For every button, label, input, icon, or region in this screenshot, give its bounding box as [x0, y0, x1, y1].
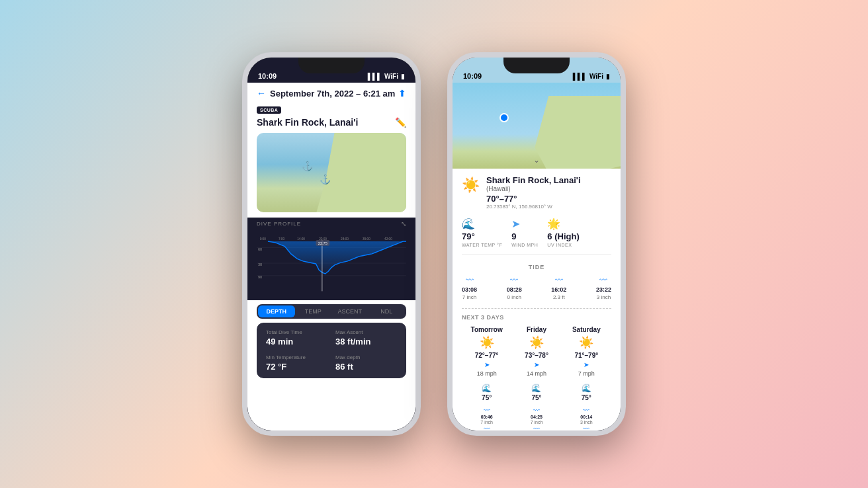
day-wind-0: 18 mph: [477, 370, 497, 377]
stat-max-ascent-label: Max Ascent: [335, 329, 397, 335]
phone2: 10:09 ▌▌▌ WiFi ▮ ⌄ ☀️ Shark Fin Rock, La…: [447, 52, 626, 436]
wind-arrow-0: ➤: [484, 361, 490, 368]
weather-stats-row: 🌊 79° WATER TEMP °F ➤ 9 WIND MPH 🌟 6 (Hi…: [462, 218, 611, 255]
stat-total-dive-value: 49 min: [266, 337, 327, 346]
dive-chart-header: DIVE PROFILE ⤡: [257, 220, 406, 227]
day-sun-2: ☀️: [579, 335, 593, 350]
stat-total-dive-time: Total Dive Time 49 min: [266, 329, 327, 346]
stat-min-temp-value: 72 °F: [266, 362, 327, 372]
tide-item-3: 〰 23:22 3 inch: [596, 276, 611, 300]
tide-height-2: 2.3 ft: [553, 294, 565, 300]
wind-arrow-1: ➤: [534, 361, 539, 368]
map-pin-2: ⚓: [320, 174, 331, 184]
ft-time-2-0: 00:14: [580, 415, 592, 419]
water-icon-0: 🌊: [482, 384, 492, 393]
day-name-2: Saturday: [572, 326, 601, 333]
tab-ascent[interactable]: ASCENT: [331, 305, 369, 317]
weather-location-sub: (Hawaii): [486, 185, 581, 192]
tide-time-0: 03:08: [462, 286, 477, 293]
water-temp-val-0: 75°: [482, 394, 492, 401]
map-land-2: [535, 96, 621, 169]
dive-header: ← September 7th, 2022 – 6:21 am ⬆: [247, 83, 415, 102]
water-temp-val-1: 75°: [531, 394, 541, 401]
tide-item-2: 〰 16:02 2.3 ft: [551, 276, 566, 300]
weather-location-info: Shark Fin Rock, Lanai'i (Hawaii) 70°–77°…: [486, 175, 581, 210]
tide-section-label: TIDE: [462, 264, 611, 270]
ft-height-2-0: 3 inch: [580, 420, 593, 425]
svg-text:60: 60: [258, 247, 262, 251]
svg-text:0:00: 0:00: [260, 237, 267, 241]
status-icons-1: ▌▌▌ WiFi ▮: [368, 73, 405, 80]
uv-value: 6 (High): [547, 231, 579, 241]
forecast-tides: 〰 03:46 7 inch 〰 09:06 0 inch 〰 16:33 2.…: [462, 407, 611, 430]
dive-badge-row: SCUBA: [247, 102, 415, 117]
ft-icon-0-1: 〰: [484, 425, 490, 430]
expand-icon[interactable]: ⤡: [401, 220, 406, 227]
tab-ndl[interactable]: NDL: [369, 305, 406, 317]
water-icon-2: 🌊: [582, 384, 591, 393]
day-wind-2: 7 mph: [578, 370, 595, 377]
wind-arrow-2: ➤: [584, 361, 589, 368]
edit-icon[interactable]: ✏️: [395, 117, 406, 128]
notch-2: [503, 58, 570, 73]
dive-chart: 38 60 90 0:00 7:00 14:00 22:00 28:00 35:…: [257, 230, 406, 296]
ft-icon-1-0: 〰: [533, 407, 540, 414]
status-time-1: 10:09: [258, 72, 277, 80]
water-temp-icon: 🌊: [462, 218, 502, 230]
water-temp-value: 79°: [462, 231, 502, 241]
days-row: Tomorrow ☀️ 72°–77° ➤ 18 mph Friday ☀️ 7…: [462, 326, 611, 377]
tide-divider: [462, 308, 611, 309]
status-icons-2: ▌▌▌ WiFi ▮: [573, 73, 610, 80]
chart-label: DIVE PROFILE: [257, 221, 301, 227]
dive-location-name: Shark Fin Rock, Lanai'i: [257, 117, 358, 128]
dive-location-row: Shark Fin Rock, Lanai'i ✏️: [247, 117, 415, 133]
wind-stat: ➤ 9 WIND MPH: [511, 218, 538, 247]
back-icon[interactable]: ←: [257, 88, 266, 99]
svg-text:42:00: 42:00: [384, 237, 392, 241]
tide-up-icon-2: 〰: [555, 276, 563, 285]
water-temp-stat: 🌊 79° WATER TEMP °F: [462, 218, 502, 247]
phone2-map: ⌄: [453, 83, 621, 169]
uv-label: UV INDEX: [547, 243, 579, 247]
next3-header: NEXT 3 DAYS: [462, 314, 611, 321]
wind-value: 9: [511, 231, 538, 241]
ft-icon-2-1: 〰: [583, 425, 589, 430]
ft-height-1-0: 7 inch: [531, 420, 543, 425]
tide-time-1: 08:28: [507, 286, 522, 293]
phone1-content: ← September 7th, 2022 – 6:21 am ⬆ SCUBA …: [247, 83, 415, 430]
stat-total-dive-label: Total Dive Time: [266, 329, 327, 335]
tide-section: TIDE 〰 03:08 7 inch 〰 08:28 0 inch 〰 16:: [462, 264, 611, 300]
signal-icon: ▌▌▌: [368, 73, 382, 80]
tide-height-3: 3 inch: [597, 294, 611, 300]
stat-max-depth-label: Max depth: [335, 354, 397, 360]
water-temp-row: 🌊 75° 🌊 75° 🌊 75°: [462, 384, 611, 401]
day-wind-1: 14 mph: [527, 370, 546, 377]
stat-min-temp: Min Temperature 72 °F: [266, 354, 327, 372]
water-temp-val-2: 75°: [582, 394, 591, 401]
chevron-down-icon[interactable]: ⌄: [533, 155, 540, 165]
ft-icon-2-0: 〰: [583, 407, 589, 414]
tide-row: 〰 03:08 7 inch 〰 08:28 0 inch 〰 16:02 2.…: [462, 276, 611, 300]
tab-depth[interactable]: DEPTH: [258, 305, 295, 317]
uv-stat: 🌟 6 (High) UV INDEX: [547, 218, 579, 247]
water-temp-0: 🌊 75°: [462, 384, 511, 401]
day-temp-2: 71°–79°: [574, 352, 598, 359]
uv-icon: 🌟: [547, 218, 579, 230]
tab-temp[interactable]: TEMP: [295, 305, 332, 317]
weather-coords: 20.73585° N, 156.96810° W: [486, 204, 581, 210]
svg-text:14:00: 14:00: [297, 237, 305, 241]
svg-text:7:00: 7:00: [279, 237, 285, 241]
water-icon-1: 🌊: [531, 384, 541, 393]
day-name-0: Tomorrow: [471, 326, 503, 333]
day-sun-0: ☀️: [480, 335, 494, 350]
dive-header-left: ← September 7th, 2022 – 6:21 am: [257, 88, 395, 99]
location-pin: [499, 113, 509, 122]
ft-icon-1-1: 〰: [533, 425, 540, 430]
forecast-tide-col-2: 〰 00:14 3 inch 〰 05:06 11 inch 〰 10:21 0…: [562, 407, 611, 430]
tide-item-0: 〰 03:08 7 inch: [462, 276, 477, 300]
water-temp-1: 🌊 75°: [511, 384, 561, 401]
forecast-tide-col-1: 〰 04:25 7 inch 〰 09:43 0 inch 〰 17:04 2.…: [511, 407, 561, 430]
share-icon[interactable]: ⬆: [398, 88, 406, 99]
battery-icon-2: ▮: [606, 73, 610, 80]
wind-label: WIND MPH: [511, 243, 538, 247]
